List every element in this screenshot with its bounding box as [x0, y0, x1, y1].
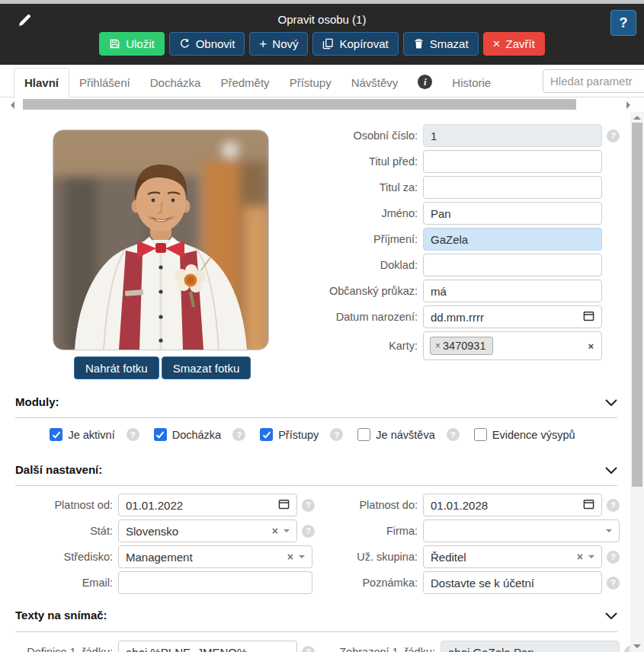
info-icon: i	[418, 75, 432, 89]
tab-pristupy[interactable]: Přístupy	[280, 69, 341, 97]
chevron-down-icon[interactable]	[606, 529, 612, 535]
label-titul-za: Titul za:	[0, 181, 418, 193]
vertical-scrollbar-thumb[interactable]	[632, 123, 642, 487]
date-value: 01.01.2028	[431, 499, 583, 512]
scroll-left-arrow-icon[interactable]	[11, 101, 14, 109]
checkbox-unchecked-icon[interactable]	[357, 428, 370, 441]
section-divider	[15, 417, 617, 418]
checkbox-dochazka[interactable]: Docházka	[154, 428, 221, 441]
help-icon[interactable]: ?	[607, 551, 620, 564]
search-parameter-input[interactable]	[543, 69, 644, 93]
checkbox-pristupy[interactable]: Přístupy	[260, 428, 319, 441]
section-divider	[15, 485, 617, 486]
new-button[interactable]: + Nový	[249, 32, 308, 56]
tab-hlavni[interactable]: Hlavní	[14, 68, 69, 97]
checkbox-checked-icon[interactable]	[260, 428, 273, 441]
scroll-right-arrow-icon[interactable]	[626, 101, 630, 109]
email-input[interactable]	[118, 571, 312, 594]
dalsi-nastaveni-title: Další nastavení:	[15, 463, 102, 476]
titul-za-input[interactable]	[423, 176, 602, 199]
checkbox-evidence-vysypu[interactable]: Evidence výsypů	[474, 428, 575, 441]
uz-skupina-select[interactable]: Ředitel ×	[423, 545, 602, 568]
horizontal-scrollbar-thumb[interactable]	[23, 99, 576, 110]
scroll-up-arrow-icon[interactable]	[633, 116, 641, 120]
tab-info[interactable]: i	[408, 67, 442, 97]
date-placeholder: dd.mm.rrrr	[431, 311, 583, 324]
calendar-icon[interactable]	[583, 310, 594, 324]
doklad-input[interactable]	[423, 254, 602, 276]
texty-section-header: Texty na snímač:	[15, 609, 617, 622]
zobrazeni-1-input[interactable]	[441, 641, 620, 652]
close-button[interactable]: × Zavřít	[483, 32, 545, 56]
help-icon[interactable]: ?	[232, 428, 245, 441]
chevron-down-icon[interactable]	[299, 555, 305, 561]
help-icon[interactable]: ?	[302, 646, 315, 652]
chevron-down-icon[interactable]	[605, 396, 617, 408]
help-button[interactable]: ?	[610, 10, 636, 36]
vertical-scrollbar	[630, 112, 644, 652]
scroll-down-arrow-icon[interactable]	[633, 644, 641, 648]
tab-predmety[interactable]: Předměty	[210, 69, 279, 97]
help-icon[interactable]: ?	[330, 428, 343, 441]
chevron-down-icon[interactable]	[588, 555, 594, 561]
stredisko-select[interactable]: Management ×	[118, 545, 312, 568]
trash-icon	[413, 38, 425, 50]
clear-icon[interactable]: ×	[577, 551, 583, 563]
copy-button[interactable]: Kopírovat	[312, 32, 398, 56]
dialog-header: Opravit osobu (1) ? Uložit Obnovit + Nov…	[0, 4, 644, 65]
action-button-row: Uložit Obnovit + Nový Kopírovat Smazat ×…	[0, 32, 644, 56]
delete-button[interactable]: Smazat	[403, 32, 479, 56]
tab-dochazka[interactable]: Docházka	[140, 69, 211, 97]
datum-narozeni-input[interactable]: dd.mm.rrrr	[423, 305, 602, 328]
clear-icon[interactable]: ×	[588, 340, 594, 352]
checkbox-je-navsteva[interactable]: Je návštěva	[357, 428, 434, 441]
titul-pred-input[interactable]	[423, 150, 602, 173]
checkbox-unchecked-icon[interactable]	[474, 428, 487, 441]
select-value: Management	[126, 551, 287, 564]
label-platnost-do: Platnost do:	[305, 499, 418, 511]
help-icon[interactable]: ?	[607, 129, 620, 142]
moduly-section-header: Moduly:	[15, 395, 617, 408]
checkbox-label: Evidence výsypů	[492, 429, 575, 441]
prijmeni-input[interactable]	[423, 228, 602, 251]
label-email: Email:	[0, 577, 113, 589]
tag-remove-icon[interactable]: ×	[435, 340, 441, 351]
label-zobrazeni-1: Zobrazení 1. řádku:	[328, 646, 435, 652]
help-icon[interactable]: ?	[447, 428, 460, 441]
pencil-icon	[17, 13, 32, 28]
platnost-od-input[interactable]: 01.01.2022	[118, 494, 297, 516]
help-icon[interactable]: ?	[607, 499, 620, 512]
chevron-down-icon[interactable]	[605, 464, 617, 476]
clear-icon[interactable]: ×	[287, 551, 293, 563]
checkbox-checked-icon[interactable]	[50, 428, 62, 441]
calendar-icon[interactable]	[583, 498, 594, 512]
calendar-icon[interactable]	[278, 498, 290, 512]
copy-button-label: Kopírovat	[339, 37, 388, 50]
platnost-do-input[interactable]: 01.01.2028	[423, 494, 602, 516]
save-button-label: Uložit	[126, 37, 155, 50]
new-button-label: Nový	[272, 37, 298, 50]
firma-select[interactable]	[423, 519, 620, 542]
help-icon[interactable]: ?	[607, 577, 620, 590]
tab-historie[interactable]: Historie	[442, 69, 501, 97]
refresh-button[interactable]: Obnovit	[169, 32, 245, 56]
checkbox-je-aktivni[interactable]: Je aktivní	[50, 428, 114, 441]
form-content: Nahrát fotku Smazat fotku Osobní číslo: …	[0, 112, 644, 652]
tab-navstevy[interactable]: Návštěvy	[341, 69, 409, 97]
save-button[interactable]: Uložit	[99, 32, 165, 56]
clear-icon[interactable]: ×	[272, 525, 278, 537]
chevron-down-icon[interactable]	[284, 529, 290, 535]
stat-select[interactable]: Slovensko ×	[118, 519, 297, 542]
tab-prihlaseni[interactable]: Přihlášení	[69, 69, 140, 97]
osobni-cislo-input[interactable]	[423, 124, 602, 147]
poznamka-input[interactable]	[423, 571, 602, 594]
chevron-down-icon[interactable]	[605, 609, 617, 622]
jmeno-input[interactable]	[423, 202, 602, 225]
obcansky-prukaz-input[interactable]	[423, 280, 602, 302]
checkbox-checked-icon[interactable]	[154, 428, 167, 441]
delete-button-label: Smazat	[430, 37, 469, 50]
definice-1-input[interactable]	[118, 641, 297, 652]
settings-left-column: Platnost od: 01.01.2022 ? Stát: Slovensk…	[0, 494, 315, 597]
help-icon[interactable]: ?	[127, 428, 139, 441]
karty-input[interactable]: × 3470931 ×	[423, 331, 602, 360]
